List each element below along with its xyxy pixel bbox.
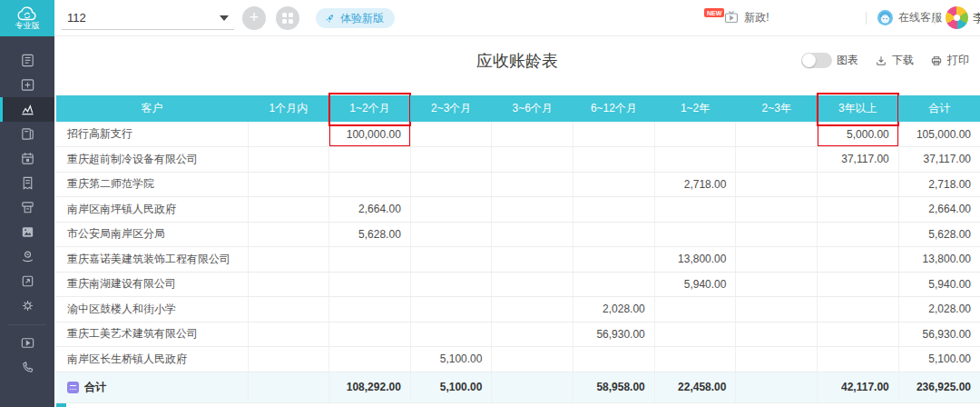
column-header: 2~3年 (736, 95, 818, 122)
trial-badge-label: 体验新版 (340, 11, 384, 26)
amount-cell (410, 297, 492, 323)
amount-cell (736, 272, 818, 297)
sidebar-item-phone[interactable] (0, 355, 54, 380)
user-account[interactable]: 李 (946, 6, 980, 29)
amount-cell (410, 147, 492, 173)
print-label: 打印 (947, 53, 969, 68)
online-support[interactable]: 在线客服 (877, 9, 942, 26)
customer-name-cell: 市公安局南岸区分局 (56, 222, 248, 247)
amount-cell (573, 122, 655, 147)
amount-cell (736, 247, 818, 273)
aging-table-wrap: 客户1个月内1~2个月2~3个月3~6个月6~12个月1~2年2~3年3年以上合… (56, 95, 980, 403)
news-label: 新政! (744, 10, 769, 25)
table-row: 渝中区鼓楼人和街小学2,028.002,028.00 (56, 297, 980, 323)
amount-cell (492, 297, 573, 323)
download-icon (875, 55, 887, 67)
amount-cell: 13,800.00 (654, 247, 736, 273)
amount-cell (573, 147, 655, 173)
support-avatar-icon (877, 9, 894, 26)
amount-cell: 2,664.00 (898, 197, 980, 223)
sidebar-item-assets[interactable] (0, 269, 54, 293)
sidebar-item-settings[interactable] (0, 293, 54, 318)
amount-cell (818, 347, 899, 372)
table-row: 南岸区南坪镇人民政府2,664.002,664.00 (56, 197, 980, 223)
sidebar-item-gallery[interactable] (0, 220, 54, 244)
amount-cell (818, 197, 899, 223)
sidebar-item-reports[interactable] (0, 97, 54, 122)
sidebar-menu (0, 36, 54, 380)
sum-icon (67, 382, 79, 393)
amount-cell (248, 297, 329, 323)
amount-cell (492, 147, 573, 173)
customer-name-cell: 南岸区南坪镇人民政府 (56, 197, 248, 223)
total-amount-cell (248, 372, 329, 402)
amount-cell (654, 222, 736, 247)
amount-cell (736, 122, 818, 147)
sidebar-item-notebook[interactable] (0, 48, 54, 73)
amount-cell (410, 122, 492, 147)
amount-cell: 5,940.00 (654, 272, 736, 297)
topbar: 112 + 体验新版 NEW 新政! 在线客服 李 (54, 0, 980, 36)
sidebar-item-calendar[interactable] (0, 146, 54, 171)
chart-toggle[interactable] (801, 53, 832, 68)
amount-cell (329, 272, 411, 297)
amount-cell (492, 322, 573, 347)
edition-label: 专业版 (15, 21, 40, 30)
amount-cell (248, 322, 329, 347)
amount-cell (248, 222, 329, 247)
amount-cell (818, 272, 899, 297)
amount-cell: 100,000.00 (329, 122, 411, 147)
total-amount-cell (492, 372, 573, 402)
corner-chip (56, 403, 66, 407)
amount-cell (248, 122, 329, 147)
customer-name-cell: 南岸区长生桥镇人民政府 (56, 347, 248, 372)
column-header: 3年以上 (818, 95, 899, 122)
sidebar-item-invoice[interactable] (0, 171, 54, 195)
news-item[interactable]: NEW 新政! (704, 9, 769, 25)
amount-cell: 5,100.00 (410, 347, 492, 372)
table-row: 招行高新支行100,000.005,000.00105,000.00 (56, 122, 980, 147)
table-row: 市公安局南岸区分局5,628.005,628.00 (56, 222, 980, 247)
total-amount-cell: 108,292.00 (329, 372, 411, 402)
amount-cell: 5,100.00 (898, 347, 980, 372)
amount-cell (654, 122, 736, 147)
plus-icon: + (250, 9, 260, 25)
sidebar-item-ledger[interactable] (0, 122, 54, 146)
total-amount-cell: 58,958.00 (573, 372, 655, 402)
amount-cell (329, 347, 411, 372)
chevron-down-icon (220, 15, 229, 21)
amount-cell (818, 297, 899, 323)
amount-cell (818, 172, 899, 197)
amount-cell (410, 222, 492, 247)
chart-icon (20, 102, 35, 117)
sidebar-item-voucher[interactable] (0, 73, 54, 97)
video-icon (20, 335, 35, 351)
customer-name-cell: 渝中区鼓楼人和街小学 (56, 297, 248, 323)
column-header: 1~2个月 (329, 95, 411, 122)
add-button[interactable]: + (242, 6, 266, 30)
column-header: 合计 (898, 95, 980, 122)
column-header: 3~6个月 (492, 95, 573, 122)
apps-button[interactable] (276, 6, 299, 30)
sidebar-item-payroll[interactable] (0, 244, 54, 269)
sidebar-divider (8, 324, 46, 325)
amount-cell: 37,117.00 (898, 147, 980, 173)
amount-cell: 2,664.00 (329, 197, 411, 223)
amount-cell (818, 222, 899, 247)
account-select[interactable]: 112 (62, 6, 234, 30)
print-button[interactable]: 打印 (930, 53, 969, 68)
amount-cell (818, 247, 899, 273)
trial-version-badge[interactable]: 体验新版 (316, 8, 395, 28)
chart-toggle-group: 图表 (801, 53, 858, 68)
download-button[interactable]: 下载 (875, 53, 914, 68)
sidebar-item-video[interactable] (0, 331, 54, 355)
amount-cell: 2,718.00 (898, 172, 980, 197)
column-header: 2~3个月 (410, 95, 492, 122)
sidebar-item-cashier[interactable] (0, 195, 54, 220)
amount-cell: 37,117.00 (818, 147, 899, 173)
customer-name-cell: 重庆南湖建设有限公司 (56, 272, 248, 297)
amount-cell (736, 347, 818, 372)
amount-cell (248, 197, 329, 223)
toggle-knob (802, 54, 816, 67)
customer-name-cell: 重庆嘉诺美建筑装饰工程有限公司 (56, 247, 248, 273)
